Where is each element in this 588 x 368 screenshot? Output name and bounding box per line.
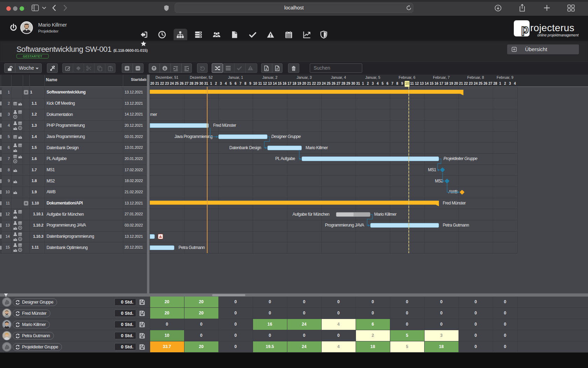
svg-text:A: A [266, 68, 267, 70]
svg-text:P: P [276, 67, 278, 70]
